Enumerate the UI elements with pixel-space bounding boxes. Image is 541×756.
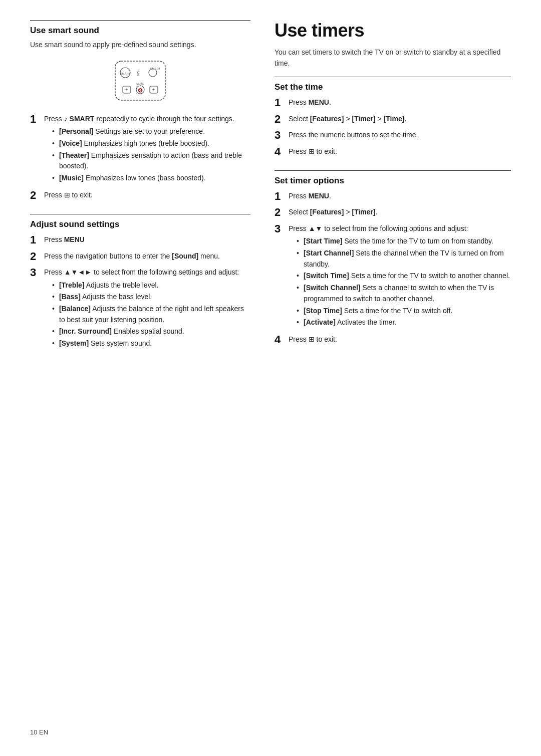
adjust-step-num-3: 3: [30, 266, 44, 279]
smart-sound-step1: 1 Press ♪ SMART repeatedly to cycle thro…: [30, 113, 250, 186]
smart-sound-intro: Use smart sound to apply pre-defined sou…: [30, 40, 250, 51]
menu-bold-timer: MENU: [309, 192, 329, 200]
bullet-start-time: [Start Time] Sets the time for the TV to…: [297, 236, 511, 247]
adjust-step2: 2 Press the navigation buttons to enter …: [30, 250, 250, 263]
svg-text:SMART: SMART: [120, 72, 131, 75]
svg-text:MUTE: MUTE: [136, 82, 144, 85]
svg-text:+: +: [152, 87, 155, 92]
bullet-bass: [Bass] Adjusts the bass level.: [52, 292, 250, 303]
set-timer-title: Set timer options: [275, 176, 511, 186]
set-time-divider: [275, 77, 511, 77]
set-timer-step3-content: Press ▲▼ to select from the following op…: [289, 222, 511, 330]
menu-bold-1: MENU: [64, 235, 85, 243]
adjust-step3: 3 Press ▲▼◄► to select from the followin…: [30, 266, 250, 351]
bullet-music: [Music] Emphasizes low tones (bass boost…: [52, 173, 250, 184]
svg-text:🔇: 🔇: [138, 88, 143, 93]
adjust-step-num-1: 1: [30, 233, 44, 246]
step-number-1: 1: [30, 113, 44, 126]
adjust-step2-content: Press the navigation buttons to enter th…: [44, 250, 220, 262]
menu-bold-set-time: MENU: [309, 98, 329, 106]
set-timer-step-num-3: 3: [275, 222, 289, 235]
set-timer-step-num-1: 1: [275, 190, 289, 203]
note-symbol: ♪: [64, 115, 68, 123]
adjust-sound-divider: [30, 214, 250, 214]
bullet-switch-channel: [Switch Channel] Sets a channel to switc…: [297, 283, 511, 304]
set-timer-step-num-4: 4: [275, 333, 289, 346]
remote-image: SMART SMART 𝄞 MUTE + 🔇 +: [30, 59, 250, 104]
smart-bullets: [Personal] Settings are set to your pref…: [52, 126, 250, 183]
set-time-step4-content: Press ⊞ to exit.: [289, 145, 337, 157]
left-column: Use smart sound Use smart sound to apply…: [30, 20, 250, 354]
step2-content: Press ⊞ to exit.: [44, 189, 93, 201]
set-time-step1-content: Press MENU.: [289, 96, 331, 108]
timer-bullets: [Start Time] Sets the time for the TV to…: [297, 236, 511, 328]
adjust-bullets: [Treble] Adjusts the treble level. [Bass…: [52, 280, 250, 349]
set-time-step3: 3 Press the numeric buttons to set the t…: [275, 129, 511, 142]
set-time-step-num-3: 3: [275, 129, 289, 142]
set-time-step2: 2 Select [Features] > [Timer] > [Time].: [275, 113, 511, 126]
set-timer-step2-content: Select [Features] > [Timer].: [289, 206, 378, 218]
timers-intro: You can set timers to switch the TV on o…: [275, 47, 511, 69]
set-time-step-num-4: 4: [275, 145, 289, 158]
set-timer-step-num-2: 2: [275, 206, 289, 219]
bullet-start-channel: [Start Channel] Sets the channel when th…: [297, 248, 511, 270]
step-number-2: 2: [30, 189, 44, 202]
svg-text:𝄞: 𝄞: [136, 70, 139, 76]
smart-sound-step2: 2 Press ⊞ to exit.: [30, 189, 250, 202]
set-timer-step2: 2 Select [Features] > [Timer].: [275, 206, 511, 219]
set-time-step1: 1 Press MENU.: [275, 96, 511, 109]
adjust-step1-content: Press MENU: [44, 233, 85, 245]
bullet-activate: [Activate] Activates the timer.: [297, 317, 511, 328]
page-layout: Use smart sound Use smart sound to apply…: [30, 20, 511, 354]
bullet-stop-time: [Stop Time] Sets a time for the TV to sw…: [297, 306, 511, 317]
adjust-step1: 1 Press MENU: [30, 233, 250, 246]
set-timer-step3: 3 Press ▲▼ to select from the following …: [275, 222, 511, 330]
remote-illustration: SMART SMART 𝄞 MUTE + 🔇 +: [108, 59, 173, 104]
set-time-step4: 4 Press ⊞ to exit.: [275, 145, 511, 158]
adjust-step3-content: Press ▲▼◄► to select from the following …: [44, 266, 250, 351]
main-title: Use timers: [275, 20, 511, 41]
bullet-balance: [Balance] Adjusts the balance of the rig…: [52, 304, 250, 325]
set-timer-step1-content: Press MENU.: [289, 190, 331, 202]
bullet-system: [System] Sets system sound.: [52, 338, 250, 349]
smart-sound-title: Use smart sound: [30, 26, 250, 36]
right-column: Use timers You can set timers to switch …: [275, 20, 511, 354]
set-timer-step4-content: Press ⊞ to exit.: [289, 333, 337, 345]
smart-sound-divider: [30, 20, 250, 21]
set-time-step3-content: Press the numeric buttons to set the tim…: [289, 129, 418, 141]
bullet-treble: [Treble] Adjusts the treble level.: [52, 280, 250, 291]
step1-content: Press ♪ SMART repeatedly to cycle throug…: [44, 113, 250, 186]
set-time-step-num-2: 2: [275, 113, 289, 126]
set-time-title: Set the time: [275, 82, 511, 92]
set-time-step2-content: Select [Features] > [Timer] > [Time].: [289, 113, 406, 125]
svg-text:+: +: [125, 87, 128, 92]
bullet-switch-time: [Switch Time] Sets a time for the TV to …: [297, 271, 511, 282]
bullet-theater: [Theater] Emphasizes sensation to action…: [52, 150, 250, 172]
set-time-step-num-1: 1: [275, 96, 289, 109]
page-footer: 10 EN: [30, 728, 48, 736]
set-timer-step1: 1 Press MENU.: [275, 190, 511, 203]
set-timer-step4: 4 Press ⊞ to exit.: [275, 333, 511, 346]
smart-bold: SMART: [70, 115, 95, 123]
adjust-sound-title: Adjust sound settings: [30, 219, 250, 229]
adjust-step-num-2: 2: [30, 250, 44, 263]
bullet-voice: [Voice] Emphasizes high tones (treble bo…: [52, 138, 250, 149]
bullet-incr-surround: [Incr. Surround] Enables spatial sound.: [52, 326, 250, 337]
set-timer-divider: [275, 170, 511, 171]
bullet-personal: [Personal] Settings are set to your pref…: [52, 126, 250, 137]
